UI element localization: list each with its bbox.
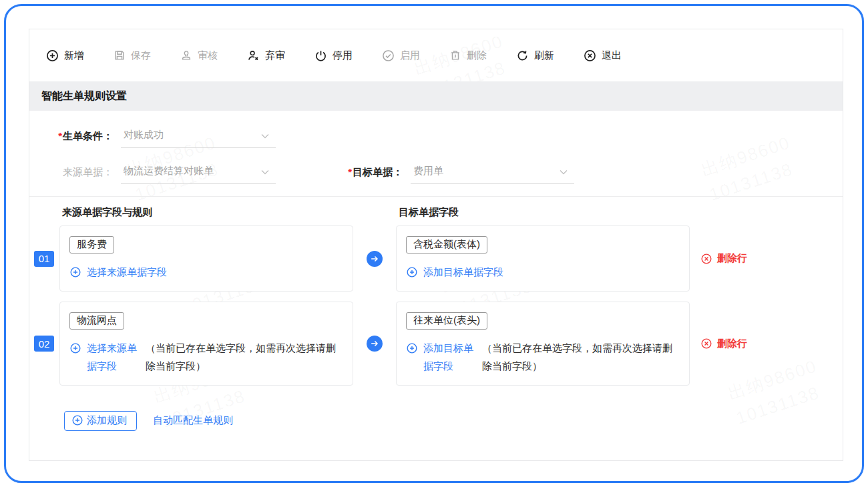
toolbar-disable-button[interactable]: 停用 [314,49,353,62]
toolbar: 新增 保存 审核 弃审 停用 启用 [29,29,843,81]
rule-row-1: 01 服务费 选择来源单据字段 含税金额(表体) [34,225,843,292]
source-doc-label: 来源单据： [29,166,113,184]
required-mark: * [348,166,352,177]
source-doc-select: 物流运费结算对账单 [121,162,276,184]
required-mark: * [58,130,62,141]
target-fields-card: 往来单位(表头) 添加目标单据字段 （当前已存在单选字段，如需再次选择请删除当前… [396,302,690,386]
target-doc-value: 费用单 [413,165,443,177]
source-fields-card: 物流网点 选择来源单据字段 （当前已存在单选字段，如需再次选择请删除当前字段） [59,302,353,386]
target-doc-label: *目标单据： [319,166,403,184]
rules-footer: 添加规则 自动匹配生单规则 [64,411,843,431]
toolbar-refresh-button[interactable]: 刷新 [516,49,554,62]
condition-select: 对账成功 [121,126,276,148]
page-title: 智能生单规则设置 [41,89,127,103]
condition-field: *生单条件： 对账成功 [29,126,276,148]
source-fields-card: 服务费 选择来源单据字段 [59,225,353,292]
power-icon [314,49,327,62]
title-band: 智能生单规则设置 [29,81,843,111]
chevron-down-icon [261,165,269,177]
target-field-tag: 往来单位(表头) [406,312,487,330]
single-select-note: （当前已存在单选字段，如需再次选择请删除当前字段） [478,340,680,375]
condition-label: *生单条件： [29,130,113,148]
plus-circle-icon [406,342,418,354]
arrow-right-icon [367,251,383,267]
plus-circle-icon [46,49,59,62]
arrow-right-icon [367,336,383,352]
source-field-tag: 物流网点 [69,312,124,330]
plus-circle-icon [71,414,83,426]
rule-row-2: 02 物流网点 选择来源单据字段 （当前已存在单选字段，如需再次选择请删除当前字… [34,302,843,386]
target-fields-card: 含税金额(表体) 添加目标单据字段 [396,225,690,292]
toolbar-delete-button: 删除 [449,49,487,62]
add-target-field-link[interactable]: 添加目标单据字段 [406,340,478,375]
rules-section: 来源单据字段与规则 目标单据字段 01 服务费 选择来源单据字段 [29,197,843,431]
trash-icon [449,49,461,61]
select-source-field-link[interactable]: 选择来源单据字段 [69,340,142,375]
target-fields-header: 目标单据字段 [396,206,690,219]
select-source-field-link[interactable]: 选择来源单据字段 [69,264,167,281]
toolbar-unaudit-button[interactable]: 弃审 [247,49,285,62]
rule-form: *生单条件： 对账成功 来源单据： 物流运费结算对账单 *目标单据： [29,111,843,197]
toolbar-audit-button: 审核 [180,49,218,62]
chevron-down-icon [261,129,269,141]
condition-value: 对账成功 [124,129,164,141]
source-field-tag: 服务费 [69,236,114,254]
stamp-icon [180,49,192,61]
plus-circle-icon [69,342,81,354]
x-circle-icon [700,253,712,265]
add-target-field-link[interactable]: 添加目标单据字段 [406,264,503,281]
main-panel: 出纳9860010131138 出纳9860010131138 出纳986001… [29,29,843,461]
floppy-icon [114,49,126,61]
check-circle-icon [382,49,395,62]
toolbar-add-button[interactable]: 新增 [46,49,84,62]
viewport-frame: 出纳9860010131138 出纳9860010131138 出纳986001… [4,4,864,483]
plus-circle-icon [406,266,418,278]
chevron-down-icon [560,165,568,177]
person-x-icon [247,49,260,62]
single-select-note: （当前已存在单选字段，如需再次选择请删除当前字段） [142,340,343,375]
delete-row-button[interactable]: 删除行 [700,338,843,350]
plus-circle-icon [69,266,81,278]
target-field-tag: 含税金额(表体) [406,236,487,254]
target-doc-field: *目标单据： 费用单 [319,162,574,184]
toolbar-enable-button: 启用 [382,49,420,62]
target-doc-select[interactable]: 费用单 [411,162,574,184]
toolbar-save-button: 保存 [114,49,151,62]
x-circle-icon [584,49,596,62]
source-doc-value: 物流运费结算对账单 [124,165,214,177]
add-rule-button[interactable]: 添加规则 [64,411,137,431]
x-circle-icon [700,338,712,350]
auto-match-rule-link[interactable]: 自动匹配生单规则 [153,414,233,427]
row-index-badge: 01 [34,251,54,267]
toolbar-exit-button[interactable]: 退出 [584,49,622,62]
row-index-badge: 02 [34,336,54,352]
source-fields-header: 来源单据字段与规则 [59,206,353,219]
refresh-icon [516,49,529,62]
delete-row-button[interactable]: 删除行 [700,252,843,265]
source-doc-field: 来源单据： 物流运费结算对账单 [29,162,276,184]
